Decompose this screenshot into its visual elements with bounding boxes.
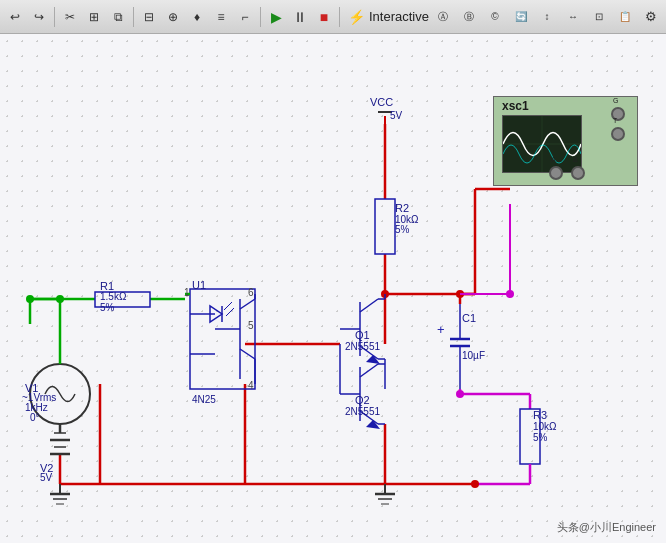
svg-point-84 <box>56 295 64 303</box>
xsc1-a-label: A <box>551 156 556 163</box>
tb-btn-copy[interactable]: ⊞ <box>83 6 105 28</box>
svg-text:+: + <box>437 322 445 337</box>
svg-line-21 <box>224 302 232 310</box>
tb-sep-3 <box>260 7 261 27</box>
u1-value: 4N25 <box>192 394 216 405</box>
xsc1-conn-a[interactable]: A <box>549 166 563 180</box>
svg-line-26 <box>240 349 255 359</box>
tb-right-a[interactable]: Ⓐ <box>432 6 454 28</box>
svg-line-22 <box>226 308 234 316</box>
tb-right-e[interactable]: ↕ <box>536 6 558 28</box>
tb-sep-2 <box>133 7 134 27</box>
tb-interactive-section: ⚡ Interactive <box>348 9 429 25</box>
svg-text:4: 4 <box>248 380 254 391</box>
tb-right-c[interactable]: © <box>484 6 506 28</box>
svg-text:1: 1 <box>184 287 190 298</box>
q1-value: 2N5551 <box>345 341 380 352</box>
vcc-label: VCC <box>370 96 393 108</box>
xsc1-conn-t[interactable]: T <box>611 127 625 141</box>
xsc1-screen <box>502 115 582 173</box>
tb-mode-label: Interactive <box>369 9 429 24</box>
tb-right-f[interactable]: ↔ <box>562 6 584 28</box>
tb-right-h[interactable]: 📋 <box>614 6 636 28</box>
r2-label: R2 <box>395 202 409 214</box>
xsc1-title: xsc1 <box>502 99 529 113</box>
svg-line-40 <box>360 364 378 377</box>
vcc-value: 5V <box>390 110 402 121</box>
xsc1-t-label: T <box>613 117 617 124</box>
tb-settings-button[interactable]: ⚙ <box>640 6 662 28</box>
tb-stop-button[interactable]: ■ <box>313 6 335 28</box>
tb-btn-comp1[interactable]: ⊟ <box>138 6 160 28</box>
tb-right-d[interactable]: 🔄 <box>510 6 532 28</box>
r2-tolerance: 5% <box>395 224 409 235</box>
svg-point-62 <box>471 480 479 488</box>
svg-point-57 <box>456 390 464 398</box>
xsc1-b-label: B <box>573 156 578 163</box>
v1-value3: 0° <box>30 412 40 423</box>
svg-text:6: 6 <box>248 287 254 298</box>
c1-label: C1 <box>462 312 476 324</box>
toolbar: ↩ ↪ ✂ ⊞ ⧉ ⊟ ⊕ ♦ ≡ ⌐ ▶ ⏸ ■ ⚡ Interactive … <box>0 0 666 34</box>
watermark: 头条@小川Engineer <box>557 520 656 535</box>
v2-value: 5V <box>40 472 52 483</box>
r3-label: R3 <box>533 409 547 421</box>
xsc1-conn-b[interactable]: B <box>571 166 585 180</box>
tb-right-b[interactable]: Ⓑ <box>458 6 480 28</box>
r1-tolerance: 5% <box>100 302 114 313</box>
svg-marker-42 <box>366 420 380 429</box>
xsc1-waveform <box>503 116 581 172</box>
svg-line-31 <box>360 299 378 312</box>
tb-btn-paste[interactable]: ⧉ <box>107 6 129 28</box>
xsc1-widget[interactable]: xsc1 G T A B <box>493 96 638 186</box>
svg-line-25 <box>240 299 255 309</box>
xsc1-bottom-conns: A B <box>549 166 585 180</box>
tb-right-group: Ⓐ Ⓑ © 🔄 ↕ ↔ ⊡ 📋 ⚙ <box>432 6 662 28</box>
r3-value: 10kΩ <box>533 421 557 432</box>
r3-tolerance: 5% <box>533 432 547 443</box>
tb-btn-redo[interactable]: ↪ <box>28 6 50 28</box>
tb-pause-button[interactable]: ⏸ <box>289 6 311 28</box>
u1-label: U1 <box>192 279 206 291</box>
r1-value: 1.5kΩ <box>100 291 126 302</box>
tb-btn-comp4[interactable]: ≡ <box>210 6 232 28</box>
tb-btn-comp2[interactable]: ⊕ <box>162 6 184 28</box>
tb-btn-cut[interactable]: ✂ <box>59 6 81 28</box>
tb-sep-1 <box>54 7 55 27</box>
svg-text:5: 5 <box>248 320 254 331</box>
xsc1-g-label: G <box>613 97 618 104</box>
tb-sep-4 <box>339 7 340 27</box>
c1-value: 10µF <box>462 350 485 361</box>
svg-rect-16 <box>190 289 255 389</box>
schematic-canvas[interactable]: + <box>0 34 666 543</box>
q2-value: 2N5551 <box>345 406 380 417</box>
q2-label: Q2 <box>355 394 370 406</box>
q1-label: Q1 <box>355 329 370 341</box>
tb-btn-comp3[interactable]: ♦ <box>186 6 208 28</box>
tb-play-button[interactable]: ▶ <box>265 6 287 28</box>
tb-btn-undo[interactable]: ↩ <box>4 6 26 28</box>
tb-right-g[interactable]: ⊡ <box>588 6 610 28</box>
svg-marker-33 <box>366 355 380 364</box>
svg-rect-64 <box>375 199 395 254</box>
tb-btn-comp5[interactable]: ⌐ <box>234 6 256 28</box>
